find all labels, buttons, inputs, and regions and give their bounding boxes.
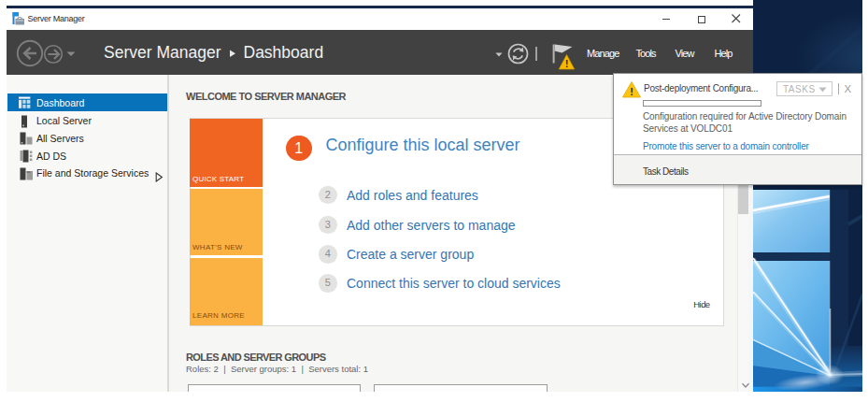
svg-text:!: ! [565, 59, 568, 69]
svg-text:!: ! [630, 86, 633, 97]
